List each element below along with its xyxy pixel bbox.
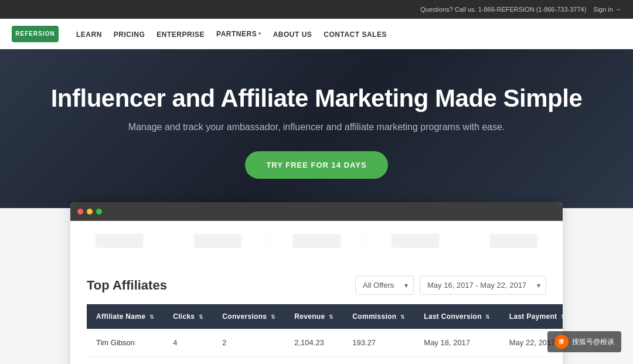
nav-item-partners[interactable]: PARTNERS ▾ [216, 30, 261, 38]
dashboard-preview: Top Affiliates All Offers May 16, 2017 -… [0, 208, 633, 364]
watermark: 搜 搜狐号@根谈 [547, 331, 621, 352]
nav-link-partners[interactable]: PARTNERS ▾ [216, 30, 261, 38]
cell-commission: 193.27 [343, 329, 414, 357]
browser-window: Top Affiliates All Offers May 16, 2017 -… [70, 202, 563, 364]
stats-row [70, 221, 563, 261]
col-header-last-payment[interactable]: Last Payment ⇅ [500, 304, 563, 329]
offer-filter-wrapper[interactable]: All Offers [355, 275, 414, 295]
sort-icon-commission: ⇅ [400, 314, 405, 320]
col-header-conversions[interactable]: Conversions ⇅ [213, 304, 285, 329]
nav-link-enterprise[interactable]: ENTERPRISE [156, 30, 205, 39]
table-header-row: Affiliate Name ⇅ Clicks ⇅ Conversions ⇅ [87, 304, 563, 329]
stat-cell-1 [70, 227, 169, 255]
hero-section: Influencer and Affiliate Marketing Made … [0, 49, 633, 208]
table-body: Tim Gibson422,104.23193.27May 18, 2017Ma… [87, 329, 563, 364]
browser-dot-close [77, 209, 83, 215]
phone-text: Questions? Call us. 1-866-REFERSION (1-8… [420, 6, 586, 13]
watermark-text: 搜狐号@根谈 [572, 337, 614, 347]
watermark-logo: 搜 [554, 335, 569, 349]
logo-image: REFERSION [12, 26, 59, 42]
col-header-last-conversion[interactable]: Last Conversion ⇅ [414, 304, 499, 329]
nav-link-learn[interactable]: LEARN [76, 30, 102, 39]
nav-item-learn[interactable]: LEARN [76, 29, 102, 39]
hero-subheading: Manage and track your ambassador, influe… [12, 122, 621, 132]
cell-name: Lisa Herschel [87, 357, 164, 365]
cell-last_payment: May 19, ... [500, 357, 563, 365]
table-row[interactable]: Lisa Herschel221,503.12138.06May 18, 201… [87, 357, 563, 365]
sort-icon-clicks: ⇅ [199, 314, 203, 320]
cell-conversions: 2 [213, 329, 285, 357]
col-header-commission[interactable]: Commission ⇅ [343, 304, 414, 329]
filter-controls: All Offers May 16, 2017 - May 22, 2017 [355, 275, 546, 295]
nav-item-enterprise[interactable]: ENTERPRISE [156, 29, 205, 39]
cell-last_conversion: May 18, 2017 [414, 357, 499, 365]
nav-link-pricing[interactable]: PRICING [114, 30, 145, 39]
nav: REFERSION LEARN PRICING ENTERPRISE PARTN… [0, 19, 633, 49]
signin-link[interactable]: Sign in → [593, 6, 621, 13]
browser-dot-minimize [87, 209, 93, 215]
top-bar-right: Questions? Call us. 1-866-REFERSION (1-8… [420, 6, 621, 13]
date-range-wrapper[interactable]: May 16, 2017 - May 22, 2017 [420, 275, 546, 295]
cell-last_conversion: May 18, 2017 [414, 329, 499, 357]
sort-icon-last-conversion: ⇅ [485, 314, 490, 320]
affiliates-table: Affiliate Name ⇅ Clicks ⇅ Conversions ⇅ [87, 304, 563, 364]
sort-icon-conversions: ⇅ [271, 314, 275, 320]
nav-item-pricing[interactable]: PRICING [114, 29, 145, 39]
sort-icon-last-payment: ⇅ [561, 314, 563, 320]
chevron-down-icon: ▾ [258, 31, 261, 36]
table-header: Affiliate Name ⇅ Clicks ⇅ Conversions ⇅ [87, 304, 563, 329]
stat-cell-4 [366, 227, 465, 255]
hero-heading: Influencer and Affiliate Marketing Made … [12, 84, 621, 113]
col-header-name[interactable]: Affiliate Name ⇅ [87, 304, 164, 329]
nav-logo[interactable]: REFERSION [12, 26, 59, 42]
nav-link-contact-sales[interactable]: CONTACT SALES [324, 30, 387, 39]
stat-cell-2 [169, 227, 267, 255]
date-range-select[interactable]: May 16, 2017 - May 22, 2017 [420, 275, 546, 295]
cell-revenue: 1,503.12 [285, 357, 343, 365]
cell-clicks: 4 [164, 329, 213, 357]
sort-icon-revenue: ⇅ [329, 314, 333, 320]
cell-revenue: 2,104.23 [285, 329, 343, 357]
sort-icon-name: ⇅ [149, 314, 154, 320]
cell-name: Tim Gibson [87, 329, 164, 357]
nav-item-contact-sales[interactable]: CONTACT SALES [324, 29, 387, 39]
cell-clicks: 2 [164, 357, 213, 365]
cta-button[interactable]: TRY FREE FOR 14 DAYS [245, 151, 387, 179]
col-header-revenue[interactable]: Revenue ⇅ [285, 304, 343, 329]
affiliates-header: Top Affiliates All Offers May 16, 2017 -… [87, 275, 546, 295]
stat-cell-5 [465, 227, 563, 255]
cell-conversions: 2 [213, 357, 285, 365]
stat-cell-3 [267, 227, 366, 255]
table-row[interactable]: Tim Gibson422,104.23193.27May 18, 2017Ma… [87, 329, 563, 357]
col-header-clicks[interactable]: Clicks ⇅ [164, 304, 213, 329]
browser-bar [70, 202, 563, 221]
affiliates-title: Top Affiliates [87, 278, 167, 293]
dashboard-content: Top Affiliates All Offers May 16, 2017 -… [70, 221, 563, 364]
offer-filter-select[interactable]: All Offers [355, 275, 414, 295]
top-bar: Questions? Call us. 1-866-REFERSION (1-8… [0, 0, 633, 19]
affiliates-section: Top Affiliates All Offers May 16, 2017 -… [70, 261, 563, 364]
nav-link-about[interactable]: ABOUT US [273, 30, 312, 39]
nav-item-about[interactable]: ABOUT US [273, 29, 312, 39]
browser-dot-maximize [96, 209, 102, 215]
nav-links: LEARN PRICING ENTERPRISE PARTNERS ▾ ABOU… [76, 29, 387, 39]
cell-commission: 138.06 [343, 357, 414, 365]
